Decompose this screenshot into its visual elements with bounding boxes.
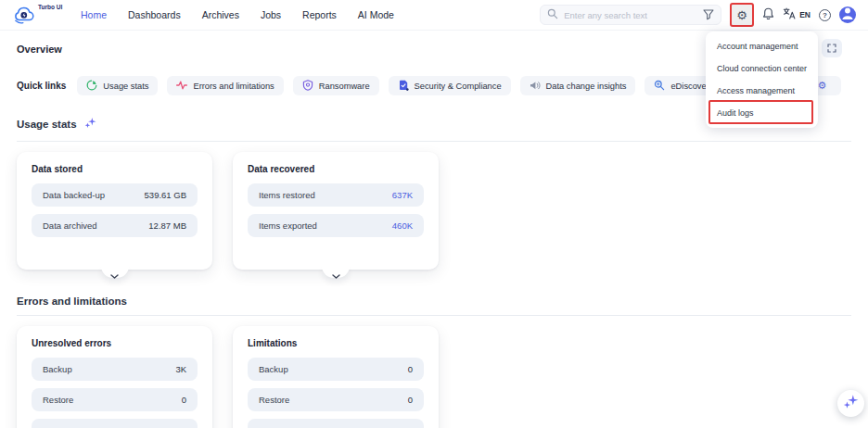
nav-item-jobs[interactable]: Jobs (261, 9, 281, 20)
megaphone-icon (530, 80, 541, 93)
stat-value-link[interactable]: 460K (392, 220, 413, 231)
stat-value: 0 (182, 395, 186, 405)
section-errors-header: Errors and limitations (17, 296, 851, 307)
top-navbar: Turbo UI Home Dashboards Archives Jobs R… (0, 0, 868, 31)
question-mark-icon: ? (823, 11, 827, 19)
settings-dropdown-menu: Account management Cloud connection cent… (706, 31, 818, 128)
card-title: Limitations (248, 338, 424, 348)
card-title: Data recovered (248, 164, 424, 174)
stat-row: Export 0 (248, 419, 424, 428)
menu-item-account-management[interactable]: Account management (706, 35, 818, 57)
stat-label: Data backed-up (43, 190, 105, 200)
nav-item-ai-mode[interactable]: AI Mode (358, 9, 394, 20)
bell-icon (762, 7, 774, 23)
gear-icon: ⚙ (736, 9, 747, 21)
stat-value: 0 (408, 395, 413, 405)
quick-link-label: Errors and limitations (193, 82, 274, 91)
chevron-down-icon (332, 267, 340, 283)
magnifier-icon (654, 80, 665, 93)
main-nav: Home Dashboards Archives Jobs Reports AI… (81, 9, 394, 20)
nav-item-dashboards[interactable]: Dashboards (128, 9, 181, 20)
search-input[interactable] (564, 10, 697, 20)
help-button[interactable]: ? (819, 9, 831, 21)
search-icon (547, 6, 558, 23)
card-expand-toggle[interactable] (322, 266, 350, 278)
language-switcher[interactable]: EN (783, 6, 811, 23)
stat-row: Backup 0 (248, 358, 424, 381)
menu-item-cloud-connection-center[interactable]: Cloud connection center (706, 57, 818, 80)
quick-link-ransomware[interactable]: Ransomware (293, 76, 379, 95)
section-title: Errors and limitations (17, 296, 127, 307)
brand-name: Turbo UI (38, 4, 62, 10)
translate-icon (783, 6, 797, 23)
gear-icon: ⚙ (818, 81, 827, 91)
quick-link-data-change-insights[interactable]: Data change insights (520, 76, 636, 95)
quick-link-label: Ransomware (319, 82, 370, 91)
quick-link-label: Data change insights (546, 82, 627, 91)
nav-item-reports[interactable]: Reports (302, 9, 337, 20)
limitations-card: Limitations Backup 0 Restore 0 Export 0 (233, 326, 439, 428)
stat-value-link[interactable]: 637K (392, 190, 413, 200)
ai-assistant-button[interactable] (837, 390, 864, 417)
stat-row: Restore 0 (248, 388, 424, 411)
usage-stats-cards: Data stored Data backed-up 539.61 GB Dat… (17, 152, 851, 270)
data-stored-card: Data stored Data backed-up 539.61 GB Dat… (17, 152, 212, 270)
menu-item-audit-logs[interactable]: Audit logs (706, 102, 818, 124)
stat-value: 3K (175, 364, 186, 374)
pulse-icon (176, 80, 187, 93)
stat-value: 12.87 MB (148, 220, 186, 231)
fullscreen-toggle-button[interactable] (822, 39, 842, 57)
menu-item-label: Audit logs (717, 108, 754, 118)
card-title: Data stored (32, 164, 198, 174)
stat-label: Data archived (43, 220, 97, 231)
quick-link-label: Usage stats (103, 82, 148, 91)
stat-label: Items exported (259, 220, 317, 231)
pie-chart-icon (86, 80, 97, 93)
card-title: Unresolved errors (32, 338, 198, 348)
person-icon (839, 6, 856, 23)
errors-cards: Unresolved errors Backup 3K Restore 0 Ex… (17, 326, 851, 428)
menu-item-access-management[interactable]: Access management (706, 80, 818, 102)
section-divider (17, 315, 851, 316)
stat-row: Export 0 (32, 419, 198, 428)
stat-label: Restore (43, 395, 73, 405)
brand-logo[interactable]: Turbo UI (12, 3, 70, 27)
navbar-actions: ⚙ EN ? (540, 3, 856, 27)
language-code: EN (799, 10, 811, 19)
stat-row: Data archived 12.87 MB (32, 214, 198, 237)
chevron-down-icon (110, 267, 119, 283)
section-title: Usage stats (17, 119, 77, 130)
unresolved-errors-card: Unresolved errors Backup 3K Restore 0 Ex… (17, 326, 212, 428)
ai-sparkle-icon (843, 394, 859, 413)
data-recovered-card: Data recovered Items restored 637K Items… (233, 152, 439, 270)
shield-icon (302, 80, 313, 93)
stat-label: Restore (259, 395, 289, 405)
stat-row: Items restored 637K (248, 183, 424, 207)
settings-gear-button[interactable]: ⚙ (730, 3, 754, 27)
stat-row: Restore 0 (32, 388, 198, 411)
stat-row: Items exported 460K (248, 214, 424, 237)
stat-label: Items restored (259, 190, 315, 200)
stat-row: Data backed-up 539.61 GB (32, 183, 198, 207)
ai-sparkle-icon[interactable] (84, 116, 96, 132)
quick-link-security-compliance[interactable]: Security & Compliance (389, 76, 511, 95)
quick-links-label: Quick links (17, 81, 66, 91)
quick-link-errors-and-limitations[interactable]: Errors and limitations (167, 76, 283, 95)
expand-arrows-icon (827, 40, 836, 57)
nav-item-home[interactable]: Home (81, 9, 107, 20)
filter-funnel-icon[interactable] (703, 9, 714, 20)
notifications-button[interactable] (762, 7, 774, 23)
stat-row: Backup 3K (32, 358, 198, 381)
section-divider (17, 141, 851, 142)
quick-link-label: Security & Compliance (415, 82, 502, 91)
global-search[interactable] (540, 5, 721, 25)
document-check-icon (398, 80, 409, 93)
stat-value: 539.61 GB (145, 190, 186, 200)
stat-label: Backup (43, 364, 72, 374)
nav-item-archives[interactable]: Archives (202, 9, 239, 20)
stat-value: 0 (408, 364, 413, 374)
quick-link-usage-stats[interactable]: Usage stats (77, 76, 158, 95)
stat-label: Backup (259, 364, 288, 374)
card-expand-toggle[interactable] (101, 266, 129, 278)
user-avatar[interactable] (839, 6, 856, 23)
